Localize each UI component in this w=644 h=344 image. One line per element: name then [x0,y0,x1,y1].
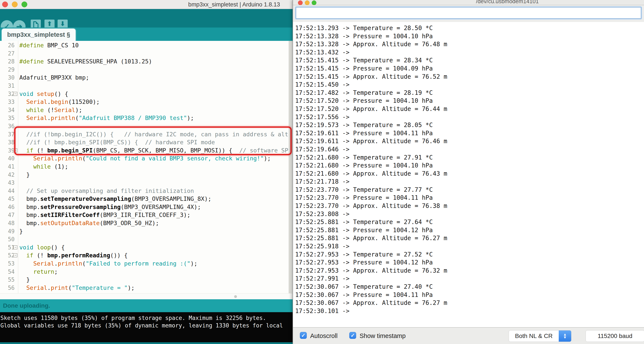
show-timestamp-checkbox[interactable]: ✓ [349,332,356,339]
line-number: 45 [0,195,18,203]
code-text: return; [18,268,58,275]
serial-line: 17:52:23.808 -> [295,210,644,218]
line-number: 41 [0,163,18,171]
line-number: 49 [0,227,18,236]
code-line: 45 bmp.setTemperatureOversampling(BMP3_O… [0,195,293,203]
line-number: 53 [0,260,18,268]
serial-input-row [293,5,644,22]
line-number: 31 [0,82,18,90]
serial-line: 17:52:25.881 -> Temperature = 27.64 *C [295,218,644,226]
serial-line: 17:52:23.770 -> Temperature = 27.77 *C [295,186,644,194]
code-text [18,50,19,57]
serial-line: 17:52:30.067 -> Temperature = 27.40 *C [295,283,644,291]
editor-vertical-scrollbar[interactable] [289,41,292,293]
code-line: 28#define SEALEVELPRESSURE_HPA (1013.25) [0,57,293,66]
code-lines: 26#define BMP_CS 102728#define SEALEVELP… [0,41,293,292]
line-number: 55 [0,276,18,284]
serial-line: 17:52:21.680 -> Temperature = 27.91 *C [295,154,644,162]
code-line: −32void setup() { [0,90,293,98]
fold-marker-icon[interactable]: − [13,253,18,257]
serial-line: 17:52:17.520 -> Pressure = 1004.10 hPa [295,97,644,105]
code-line: 49} [0,227,293,235]
line-number: 56 [0,284,18,292]
ide-toolbar: ✓ ➔ ⬆ ⬇ [0,9,293,28]
serial-line: 17:52:17.520 -> Approx. Altitude = 76.44… [295,105,644,113]
minimize-button[interactable] [305,1,310,5]
serial-line: 17:52:23.770 -> Approx. Altitude = 76.38… [295,202,644,210]
show-timestamp-label: Show timestamp [360,332,406,339]
console-line: Global variables use 718 bytes (35%) of … [0,322,293,329]
code-text [18,82,19,89]
status-message: Done uploading. [3,302,50,309]
arduino-ide-window: bmp3xx_simpletest | Arduino 1.8.13 ✓ ➔ ⬆… [0,0,293,344]
serial-line: 17:52:19.573 -> Temperature = 28.05 *C [295,121,644,129]
code-line: 26#define BMP_CS 10 [0,41,293,50]
line-number: 54 [0,268,18,276]
line-number: 44 [0,187,18,195]
code-line: 54 return; [0,268,293,276]
ide-titlebar[interactable]: bmp3xx_simpletest | Arduino 1.8.13 [0,0,293,9]
serial-output[interactable]: 17:52:13.293 -> Temperature = 28.50 *C17… [293,22,644,327]
down-arrow-icon: ⬇ [60,21,65,28]
serial-line: 17:52:30.101 -> [295,307,644,315]
fold-marker-icon[interactable]: − [13,245,18,249]
code-text: Serial.print("Temperature = "); [18,284,134,291]
close-button[interactable] [2,2,8,7]
serial-line: 17:52:27.953 -> Pressure = 1004.12 hPa [295,258,644,267]
fold-marker-icon[interactable]: − [13,92,18,96]
serial-line: 17:52:25.881 -> Approx. Altitude = 76.27… [295,234,644,242]
code-line: 40 Serial.println("Could not find a vali… [0,154,293,163]
line-ending-select[interactable]: Both NL & CR ▲▼ [509,330,572,342]
serial-send-input[interactable] [296,7,642,19]
line-number: 46 [0,203,18,211]
minimize-button[interactable] [12,2,18,7]
zoom-button[interactable] [22,2,27,7]
serial-line: 17:52:13.328 -> Pressure = 1004.10 hPa [295,32,644,41]
serial-line: 17:52:27.953 -> Approx. Altitude = 76.32… [295,267,644,275]
serial-line: 17:52:17.556 -> [295,113,644,121]
code-text: #define SEALEVELPRESSURE_HPA (1013.25) [18,58,152,65]
baud-rate-select[interactable]: 115200 baud [586,330,644,342]
line-number: 26 [0,42,18,50]
scrollbar-handle[interactable] [234,295,237,298]
serial-line: 17:52:27.953 -> Temperature = 27.52 *C [295,250,644,259]
line-number: 30 [0,74,18,82]
code-line: 47 bmp.setIIRFilterCoeff(BMP3_IIR_FILTER… [0,211,293,219]
line-number: 27 [0,50,18,58]
serial-window-title: /dev/cu.usbmodem14101 [441,0,574,5]
ide-console[interactable]: Sketch uses 11580 bytes (35%) of program… [0,312,293,342]
baud-rate-value: 115200 baud [598,332,632,339]
ide-bottom-border [0,342,293,344]
line-number: 47 [0,211,18,219]
serial-monitor-window: /dev/cu.usbmodem14101 17:52:13.293 -> Te… [292,0,644,344]
autoscroll-checkbox[interactable]: ✓ [300,332,307,339]
line-number: 29 [0,66,18,74]
code-text [18,179,19,186]
code-text: } [18,228,23,235]
red-highlight-annotation [14,126,292,155]
serial-line: 17:52:15.415 -> Pressure = 1004.09 hPa [295,65,644,73]
editor-horizontal-scrollbar[interactable] [0,293,293,299]
code-text: // Set up oversampling and filter initia… [18,187,194,194]
code-text: while (!Serial); [18,107,82,113]
close-button[interactable] [298,1,303,5]
line-number: 48 [0,219,18,227]
code-text: } [18,276,30,283]
ide-status-bar: Done uploading. [0,299,293,312]
code-editor[interactable]: 26#define BMP_CS 102728#define SEALEVELP… [0,41,293,293]
code-text: if (! bmp.performReading()) { [18,252,128,259]
tab-bmp3xx-simpletest[interactable]: bmp3xx_simpletest § [2,29,76,41]
code-text [18,236,19,242]
serial-line: 17:52:15.415 -> Approx. Altitude = 76.52… [295,73,644,81]
code-line: 56 Serial.print("Temperature = "); [0,284,293,292]
screen: bmp3xx_simpletest | Arduino 1.8.13 ✓ ➔ ⬆… [0,0,644,344]
line-ending-value: Both NL & CR [515,332,553,339]
code-text: Serial.println("Failed to perform readin… [18,260,198,267]
serial-titlebar[interactable]: /dev/cu.usbmodem14101 [293,0,644,5]
code-line: 27 [0,50,293,58]
serial-line: 17:52:13.432 -> [295,48,644,57]
serial-line: 17:52:27.991 -> [295,274,644,283]
code-text [18,66,19,73]
serial-line: 17:52:25.881 -> Pressure = 1004.12 hPa [295,226,644,234]
zoom-button[interactable] [312,1,316,5]
